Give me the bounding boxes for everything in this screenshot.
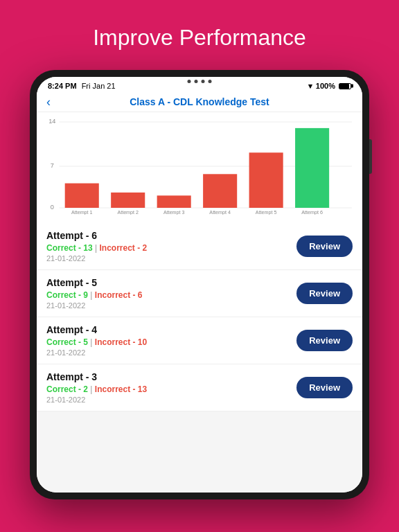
svg-text:Attempt 1: Attempt 1 (71, 210, 93, 215)
bar-attempt-5 (249, 152, 283, 208)
svg-text:Attempt 3: Attempt 3 (163, 210, 185, 215)
attempt-scores-2: Correct - 9 | Incorrect - 6 (46, 290, 143, 300)
wifi-icon: ▾ (308, 82, 312, 91)
svg-text:14: 14 (48, 118, 55, 125)
status-bar-left: 8:24 PM Fri Jan 21 (48, 82, 116, 90)
attempt-card-2: Attempt - 5Correct - 9 | Incorrect - 621… (37, 270, 362, 317)
attempt-date-2: 21-01-2022 (46, 301, 143, 310)
bar-chart: 14 7 0 Attempt 1 Attempt 2 (44, 118, 355, 215)
bar-attempt-2 (111, 193, 145, 208)
svg-text:7: 7 (51, 162, 54, 169)
bar-attempt-4 (203, 174, 237, 208)
bar-attempt-6 (295, 128, 329, 208)
device-dots (188, 80, 212, 83)
attempt-title-4: Attempt - 3 (46, 371, 147, 382)
attempt-info-4: Attempt - 3Correct - 2 | Incorrect - 132… (46, 371, 147, 404)
device: 8:24 PM Fri Jan 21 ▾ 100% ‹ Class A - CD… (30, 70, 369, 499)
nav-title: Class A - CDL Knowledge Test (130, 96, 269, 107)
hero-title: Improve Performance (93, 25, 306, 51)
svg-text:Attempt 6: Attempt 6 (301, 210, 323, 215)
review-button-3[interactable]: Review (296, 330, 353, 351)
status-time: 8:24 PM (48, 82, 77, 90)
dot-3 (202, 80, 205, 83)
battery-label: 100% (316, 82, 335, 90)
svg-text:Attempt 4: Attempt 4 (209, 210, 231, 215)
incorrect-label-2: Incorrect - 6 (95, 290, 143, 300)
review-button-2[interactable]: Review (296, 283, 353, 304)
dot-1 (188, 80, 191, 83)
svg-text:0: 0 (51, 204, 54, 211)
attempt-info-3: Attempt - 4Correct - 5 | Incorrect - 102… (46, 324, 147, 357)
attempt-title-2: Attempt - 5 (46, 277, 143, 288)
incorrect-label-3: Incorrect - 10 (95, 337, 147, 347)
attempt-scores-4: Correct - 2 | Incorrect - 13 (46, 384, 147, 394)
correct-label-3: Correct - 5 (46, 337, 88, 347)
attempt-date-3: 21-01-2022 (46, 348, 147, 357)
screen: 8:24 PM Fri Jan 21 ▾ 100% ‹ Class A - CD… (37, 77, 362, 493)
svg-text:Attempt 2: Attempt 2 (117, 210, 139, 215)
review-button-4[interactable]: Review (296, 377, 353, 398)
review-button-1[interactable]: Review (296, 236, 353, 257)
separator-3: | (88, 337, 95, 347)
incorrect-label-4: Incorrect - 13 (95, 384, 147, 394)
status-date: Fri Jan 21 (82, 82, 116, 90)
separator-2: | (88, 290, 95, 300)
attempts-list: Attempt - 6Correct - 13 | Incorrect - 22… (37, 223, 362, 493)
attempt-date-1: 21-01-2022 (46, 254, 147, 263)
attempt-info-2: Attempt - 5Correct - 9 | Incorrect - 621… (46, 277, 143, 310)
correct-label-1: Correct - 13 (46, 243, 93, 253)
attempt-info-1: Attempt - 6Correct - 13 | Incorrect - 22… (46, 230, 147, 263)
attempt-date-4: 21-01-2022 (46, 396, 147, 404)
battery-icon (339, 83, 351, 89)
attempt-card-1: Attempt - 6Correct - 13 | Incorrect - 22… (37, 223, 362, 270)
bar-attempt-3 (157, 195, 191, 208)
separator-1: | (93, 243, 100, 253)
dot-2 (195, 80, 198, 83)
attempt-card-3: Attempt - 4Correct - 5 | Incorrect - 102… (37, 317, 362, 364)
back-button[interactable]: ‹ (46, 95, 51, 109)
svg-text:Attempt 5: Attempt 5 (256, 210, 277, 215)
attempt-title-1: Attempt - 6 (46, 230, 147, 241)
nav-bar: ‹ Class A - CDL Knowledge Test (37, 94, 362, 112)
bar-attempt-1 (65, 184, 99, 208)
attempt-scores-1: Correct - 13 | Incorrect - 2 (46, 243, 147, 253)
status-bar-right: ▾ 100% (308, 82, 351, 91)
chart-area: 14 7 0 Attempt 1 Attempt 2 (44, 118, 355, 215)
incorrect-label-1: Incorrect - 2 (100, 243, 148, 253)
dot-4 (209, 80, 212, 83)
attempt-title-3: Attempt - 4 (46, 324, 147, 335)
correct-label-4: Correct - 2 (46, 384, 88, 394)
attempt-card-4: Attempt - 3Correct - 2 | Incorrect - 132… (37, 364, 362, 411)
correct-label-2: Correct - 9 (46, 290, 88, 300)
separator-4: | (88, 384, 95, 394)
attempt-scores-3: Correct - 5 | Incorrect - 10 (46, 337, 147, 347)
chart-container: 14 7 0 Attempt 1 Attempt 2 (37, 112, 362, 223)
